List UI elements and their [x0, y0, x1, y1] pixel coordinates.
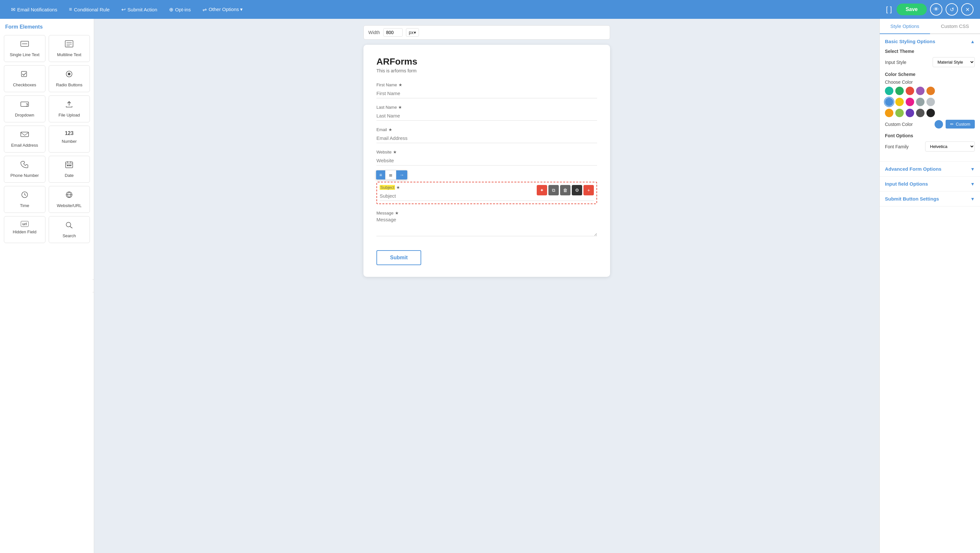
field-last-name: Last Name ★	[376, 105, 597, 121]
pencil-icon: ✏	[950, 122, 954, 127]
color-pink[interactable]	[906, 98, 914, 106]
element-single-line-text[interactable]: Single Line Text	[4, 35, 45, 62]
color-gray[interactable]	[916, 98, 924, 106]
subject-label: Subject	[380, 185, 395, 190]
element-email-address[interactable]: Email Address	[4, 126, 45, 153]
element-search[interactable]: Search	[49, 216, 90, 243]
element-date[interactable]: Date	[49, 156, 90, 183]
phone-icon	[20, 161, 29, 171]
element-file-upload[interactable]: File Upload	[49, 96, 90, 122]
website-required: ★	[393, 150, 397, 155]
preview-button[interactable]: 👁	[930, 3, 942, 16]
number-icon: 123	[65, 131, 74, 136]
multiline-icon	[65, 40, 74, 49]
color-amber[interactable]	[885, 109, 893, 117]
first-name-input[interactable]	[376, 89, 597, 98]
field-first-name: First Name ★	[376, 83, 597, 98]
input-style-row: Input Style Material Style Classic Style…	[885, 57, 975, 67]
conditional-icon: ≡	[69, 6, 72, 12]
width-input[interactable]	[383, 28, 403, 37]
element-phone-number[interactable]: Phone Number	[4, 156, 45, 183]
email-addr-icon	[20, 131, 29, 140]
color-purple[interactable]	[916, 87, 924, 95]
nav-opt-ins[interactable]: ⊕ Opt-ins	[164, 4, 195, 15]
color-orange[interactable]	[926, 87, 935, 95]
font-family-select[interactable]: Helvetica Arial Georgia Times New Roman	[925, 142, 975, 151]
submit-btn-title: Submit Button Settings	[885, 196, 939, 202]
color-yellow[interactable]	[895, 98, 904, 106]
tab-custom-css[interactable]: Custom CSS	[930, 19, 980, 33]
color-red[interactable]	[906, 87, 914, 95]
element-hidden-field[interactable]: url Hidden Field	[4, 216, 45, 243]
element-number[interactable]: 123 Number	[49, 126, 90, 153]
element-multiline-text[interactable]: Multiline Text	[49, 35, 90, 62]
choose-color-label: Choose Color	[885, 80, 975, 85]
element-checkboxes[interactable]: Checkboxes	[4, 65, 45, 92]
field-subject: ≡ ≣ → Subject ★ ✦ ⧉ 🗑 ⚙	[376, 182, 597, 204]
custom-color-button[interactable]: ✏ Custom	[946, 120, 975, 129]
field-action-gear[interactable]: ⚙	[572, 185, 582, 195]
message-textarea[interactable]	[376, 217, 597, 236]
element-time[interactable]: Time	[4, 186, 45, 213]
color-lime[interactable]	[895, 109, 904, 117]
website-input[interactable]	[376, 156, 597, 166]
email-input[interactable]	[376, 133, 597, 143]
basic-styling-header[interactable]: Basic Styling Options ▲	[880, 34, 980, 49]
brackets-button[interactable]: [ ]	[885, 4, 893, 15]
file-upload-icon	[65, 100, 74, 110]
nav-submit-action[interactable]: ↩ Submit Action	[117, 4, 162, 15]
section-advanced-form[interactable]: Advanced Form Options ▼	[880, 162, 980, 177]
input-style-select[interactable]: Material Style Classic Style Flat Style	[932, 57, 975, 67]
nav-other-options[interactable]: ⇌ Other Options ▾	[198, 4, 248, 15]
color-black[interactable]	[926, 109, 935, 117]
toolbar-arrow[interactable]: →	[396, 171, 407, 180]
tab-style-options[interactable]: Style Options	[880, 19, 930, 34]
color-scheme-section: Color Scheme Choose Color	[885, 72, 975, 129]
color-light-gray[interactable]	[926, 98, 935, 106]
checkboxes-icon	[20, 70, 29, 80]
message-label: Message	[376, 210, 394, 215]
custom-color-swatch[interactable]	[935, 120, 943, 129]
time-icon	[20, 191, 29, 201]
nav-conditional-label: Conditional Rule	[74, 7, 110, 12]
submit-button[interactable]: Submit	[376, 250, 421, 265]
other-icon: ⇌	[202, 6, 207, 13]
field-action-star[interactable]: ✦	[537, 185, 547, 195]
color-green[interactable]	[895, 87, 904, 95]
close-button[interactable]: ✕	[961, 3, 974, 16]
svg-rect-16	[68, 165, 70, 166]
color-dark-gray[interactable]	[916, 109, 924, 117]
color-teal[interactable]	[885, 87, 893, 95]
time-label: Time	[20, 203, 29, 208]
section-input-field-options[interactable]: Input field Options ▼	[880, 177, 980, 191]
last-name-input[interactable]	[376, 111, 597, 121]
radio-icon	[65, 70, 74, 80]
basic-styling-chevron: ▲	[970, 39, 975, 44]
toolbar-align-left[interactable]: ≡	[376, 171, 385, 180]
color-deep-purple[interactable]	[906, 109, 914, 117]
custom-color-row: Custom Color ✏ Custom	[885, 120, 975, 129]
section-submit-button[interactable]: Submit Button Settings ▼	[880, 191, 980, 206]
nav-right: [ ] Save 👁 ↺ ✕	[885, 3, 974, 16]
field-action-copy[interactable]: ⧉	[549, 185, 559, 195]
first-name-required: ★	[398, 83, 402, 87]
field-action-trash[interactable]: 🗑	[560, 185, 571, 195]
element-radio-buttons[interactable]: Radio Buttons	[49, 65, 90, 92]
nav-conditional-rule[interactable]: ≡ Conditional Rule	[64, 4, 114, 15]
element-dropdown[interactable]: Dropdown	[4, 96, 45, 122]
select-theme-label: Select Theme	[885, 49, 975, 54]
basic-styling-body: Select Theme Input Style Material Style …	[880, 49, 980, 161]
width-unit-selector[interactable]: px▾	[406, 28, 419, 37]
canvas-area: Width px▾ ARForms This is arforms form F…	[94, 19, 880, 553]
svg-line-21	[70, 226, 72, 228]
element-website-url[interactable]: Website/URL	[49, 186, 90, 213]
field-action-plus[interactable]: +	[584, 185, 594, 195]
toolbar-align-center[interactable]: ≣	[385, 171, 396, 180]
single-line-label: Single Line Text	[10, 52, 40, 57]
save-button[interactable]: Save	[897, 3, 927, 15]
color-blue[interactable]	[885, 98, 893, 106]
refresh-button[interactable]: ↺	[946, 3, 958, 16]
field-action-buttons: ✦ ⧉ 🗑 ⚙ +	[537, 185, 594, 195]
nav-email-notifications[interactable]: ✉ Email Notifications	[6, 4, 62, 15]
color-row-1	[885, 87, 975, 95]
